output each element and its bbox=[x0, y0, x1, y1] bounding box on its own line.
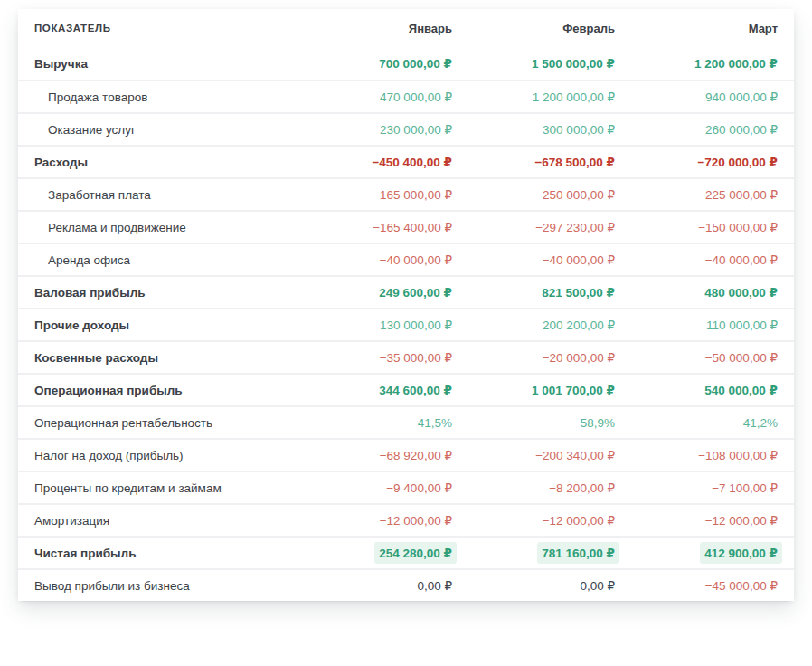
table-row[interactable]: Валовая прибыль249 600,00 ₽821 500,00 ₽4… bbox=[18, 275, 794, 308]
row-value: 41,2% bbox=[631, 416, 794, 430]
table-row[interactable]: Операционная рентабельность41,5%58,9%41,… bbox=[18, 405, 794, 438]
row-value: −40 000,00 ₽ bbox=[306, 252, 468, 267]
row-value: 1 200 000,00 ₽ bbox=[631, 56, 794, 71]
row-label: Налог на доход (прибыль) bbox=[18, 449, 306, 462]
row-value: −720 000,00 ₽ bbox=[631, 155, 794, 169]
table-row[interactable]: Реклама и продвижение−165 400,00 ₽−297 2… bbox=[18, 210, 794, 243]
table-row[interactable]: Косвенные расходы−35 000,00 ₽−20 000,00 … bbox=[18, 340, 794, 373]
row-value: 58,9% bbox=[468, 416, 631, 430]
row-value: −12 000,00 ₽ bbox=[306, 513, 468, 528]
row-value: 0,00 ₽ bbox=[306, 578, 468, 593]
row-value: 821 500,00 ₽ bbox=[468, 285, 631, 300]
table-row[interactable]: Прочие доходы130 000,00 ₽200 200,00 ₽110… bbox=[18, 308, 794, 340]
row-label: Проценты по кредитам и займам bbox=[18, 481, 306, 495]
row-value: 300 000,00 ₽ bbox=[468, 122, 631, 137]
row-label: Продажа товаров bbox=[18, 90, 306, 104]
row-label: Расходы bbox=[18, 156, 306, 169]
row-value: −9 400,00 ₽ bbox=[306, 480, 468, 495]
row-value: 200 200,00 ₽ bbox=[468, 318, 631, 332]
row-label: Операционная прибыль bbox=[18, 384, 306, 397]
row-value: −40 000,00 ₽ bbox=[468, 252, 631, 267]
row-value: 1 500 000,00 ₽ bbox=[468, 56, 631, 71]
row-label: Валовая прибыль bbox=[18, 286, 306, 300]
table-row[interactable]: Продажа товаров470 000,00 ₽1 200 000,00 … bbox=[18, 80, 794, 112]
row-value: −225 000,00 ₽ bbox=[631, 187, 794, 202]
row-value: −40 000,00 ₽ bbox=[631, 252, 794, 267]
table-row[interactable]: Амортизация−12 000,00 ₽−12 000,00 ₽−12 0… bbox=[18, 503, 794, 536]
row-value: −150 000,00 ₽ bbox=[631, 220, 794, 234]
row-value: −8 200,00 ₽ bbox=[468, 480, 631, 495]
row-value: −12 000,00 ₽ bbox=[468, 513, 631, 528]
table-row[interactable]: Заработная плата−165 000,00 ₽−250 000,00… bbox=[18, 177, 794, 210]
row-value: 480 000,00 ₽ bbox=[631, 285, 794, 300]
table-row[interactable]: Выручка700 000,00 ₽1 500 000,00 ₽1 200 0… bbox=[18, 47, 794, 80]
row-label: Оказание услуг bbox=[18, 123, 306, 137]
row-value: 940 000,00 ₽ bbox=[631, 90, 794, 104]
row-value: 110 000,00 ₽ bbox=[631, 318, 794, 332]
row-value: −450 400,00 ₽ bbox=[306, 155, 468, 169]
table-row[interactable]: Операционная прибыль344 600,00 ₽1 001 70… bbox=[18, 373, 794, 405]
row-label: Чистая прибыль bbox=[18, 547, 306, 560]
row-value: 130 000,00 ₽ bbox=[306, 318, 468, 332]
table-header-row: ПОКАЗАТЕЛЬ Январь Февраль Март bbox=[18, 9, 794, 47]
row-value: 0,00 ₽ bbox=[468, 578, 631, 593]
table-row[interactable]: Чистая прибыль254 280,00 ₽781 160,00 ₽41… bbox=[18, 536, 794, 568]
row-value: 249 600,00 ₽ bbox=[306, 285, 468, 300]
row-value: 412 900,00 ₽ bbox=[631, 542, 794, 564]
column-header-indicator: ПОКАЗАТЕЛЬ bbox=[18, 23, 306, 33]
row-value: 540 000,00 ₽ bbox=[631, 383, 794, 397]
row-value: 1 001 700,00 ₽ bbox=[468, 383, 631, 397]
row-value: 260 000,00 ₽ bbox=[631, 122, 794, 137]
row-label: Амортизация bbox=[18, 514, 306, 528]
table-row[interactable]: Проценты по кредитам и займам−9 400,00 ₽… bbox=[18, 471, 794, 503]
row-value: −45 000,00 ₽ bbox=[631, 578, 794, 593]
table-row[interactable]: Налог на доход (прибыль)−68 920,00 ₽−200… bbox=[18, 438, 794, 471]
row-value: −678 500,00 ₽ bbox=[468, 155, 631, 169]
table-body: Выручка700 000,00 ₽1 500 000,00 ₽1 200 0… bbox=[18, 47, 794, 601]
row-value: 254 280,00 ₽ bbox=[306, 542, 468, 564]
row-value: −297 230,00 ₽ bbox=[468, 220, 631, 234]
row-label: Выручка bbox=[18, 57, 306, 71]
column-header-january: Январь bbox=[306, 22, 468, 35]
row-value: 470 000,00 ₽ bbox=[306, 90, 468, 104]
table-row[interactable]: Аренда офиса−40 000,00 ₽−40 000,00 ₽−40 … bbox=[18, 243, 794, 275]
row-label: Заработная плата bbox=[18, 188, 306, 202]
row-value: −68 920,00 ₽ bbox=[306, 448, 468, 462]
row-value: 344 600,00 ₽ bbox=[306, 383, 468, 397]
row-value: −200 340,00 ₽ bbox=[468, 448, 631, 462]
row-label: Операционная рентабельность bbox=[18, 416, 306, 430]
row-label: Прочие доходы bbox=[18, 319, 306, 332]
row-value: −108 000,00 ₽ bbox=[631, 448, 794, 462]
row-value: −7 100,00 ₽ bbox=[631, 480, 794, 495]
column-header-march: Март bbox=[631, 22, 794, 35]
table-row[interactable]: Расходы−450 400,00 ₽−678 500,00 ₽−720 00… bbox=[18, 145, 794, 177]
row-value: −20 000,00 ₽ bbox=[468, 350, 631, 365]
row-value: 700 000,00 ₽ bbox=[306, 56, 468, 71]
pnl-report-table: ПОКАЗАТЕЛЬ Январь Февраль Март Выручка70… bbox=[18, 9, 794, 601]
column-header-february: Февраль bbox=[468, 22, 631, 35]
row-value: −165 400,00 ₽ bbox=[306, 220, 468, 234]
row-value: −35 000,00 ₽ bbox=[306, 350, 468, 365]
row-value: −165 000,00 ₽ bbox=[306, 187, 468, 202]
row-value: −12 000,00 ₽ bbox=[631, 513, 794, 528]
row-label: Вывод прибыли из бизнеса bbox=[18, 579, 306, 593]
table-row[interactable]: Вывод прибыли из бизнеса0,00 ₽0,00 ₽−45 … bbox=[18, 568, 794, 601]
row-label: Реклама и продвижение bbox=[18, 221, 306, 234]
row-value: 781 160,00 ₽ bbox=[468, 542, 631, 564]
row-value: −50 000,00 ₽ bbox=[631, 350, 794, 365]
row-value: 1 200 000,00 ₽ bbox=[468, 90, 631, 104]
row-label: Аренда офиса bbox=[18, 253, 306, 267]
row-value: −250 000,00 ₽ bbox=[468, 187, 631, 202]
table-row[interactable]: Оказание услуг230 000,00 ₽300 000,00 ₽26… bbox=[18, 112, 794, 145]
row-value: 230 000,00 ₽ bbox=[306, 122, 468, 137]
row-value: 41,5% bbox=[306, 416, 468, 430]
row-label: Косвенные расходы bbox=[18, 351, 306, 365]
